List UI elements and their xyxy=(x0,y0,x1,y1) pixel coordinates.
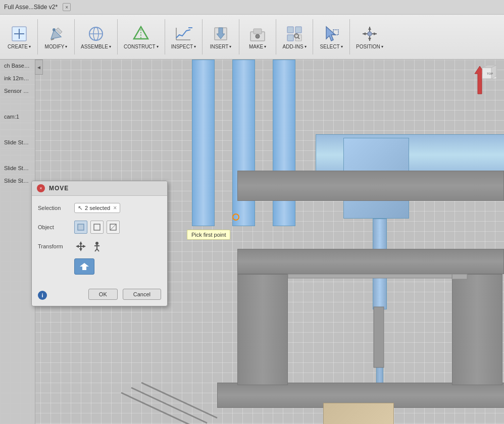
dialog-body: Selection ↖ 2 selected × Object xyxy=(32,196,167,285)
sidebar-item-7[interactable] xyxy=(0,123,35,130)
sep8 xyxy=(313,19,313,55)
toolbar: Full Asse...Slide v2* × CREATE ▾ xyxy=(0,0,504,60)
position-icon xyxy=(361,25,379,43)
sidebar-item-13[interactable]: Slide Stepp... xyxy=(0,175,35,187)
selection-badge[interactable]: ↖ 2 selected × xyxy=(74,203,120,213)
selection-content: ↖ 2 selected × xyxy=(74,203,161,213)
modify-label: MODIFY ▾ xyxy=(45,44,68,49)
sidebar-item-11[interactable] xyxy=(0,155,35,162)
cancel-button[interactable]: Cancel xyxy=(123,289,161,300)
svg-rect-44 xyxy=(78,224,84,230)
vertex-icon xyxy=(110,224,117,231)
transform-row: Transform xyxy=(38,239,161,253)
object-type-edge-button[interactable] xyxy=(90,221,104,234)
create-label: CREATE ▾ xyxy=(8,44,31,49)
addins-menu[interactable]: ADD-INS ▾ xyxy=(279,17,310,57)
create-menu[interactable]: CREATE ▾ xyxy=(4,17,34,57)
transform-content xyxy=(74,240,161,253)
sep5 xyxy=(202,19,203,55)
dialog-close-button[interactable]: × xyxy=(37,184,45,192)
svg-line-47 xyxy=(110,224,116,230)
assemble-icon xyxy=(87,25,105,43)
info-icon-text: i xyxy=(41,292,43,298)
svg-point-17 xyxy=(256,34,260,38)
svg-rect-16 xyxy=(254,29,262,34)
transform-button-row xyxy=(38,258,161,275)
gray-platform xyxy=(237,249,504,274)
assemble-menu[interactable]: ASSEMBLE ▾ xyxy=(78,17,114,57)
sidebar-toggle[interactable]: ◄ xyxy=(35,60,43,75)
svg-rect-19 xyxy=(295,27,301,33)
sep1 xyxy=(37,19,38,55)
toolbar-buttons: CREATE ▾ MODIFY ▾ xyxy=(0,15,504,59)
left-sidebar: ◄ ch Base Plat... ink 12mm v... Sensor v… xyxy=(0,60,35,424)
svg-marker-31 xyxy=(374,32,377,35)
gray-base-top xyxy=(237,171,504,201)
select-label: SELECT ▾ xyxy=(320,44,343,49)
sidebar-item-9[interactable]: Slide Stepp... xyxy=(0,136,35,149)
sep4 xyxy=(165,19,165,55)
object-type-vertex-button[interactable] xyxy=(107,221,120,234)
sidebar-item-10[interactable] xyxy=(0,149,35,155)
object-label: Object xyxy=(38,224,74,230)
sidebar-item-12[interactable]: Slide Stepp... xyxy=(0,162,35,175)
object-type-face-button[interactable] xyxy=(74,221,87,234)
ok-button[interactable]: OK xyxy=(88,289,118,300)
addins-icon xyxy=(285,25,304,43)
blue-column-2 xyxy=(232,60,255,226)
document-title: Full Asse...Slide v2* xyxy=(4,4,58,11)
select-menu[interactable]: SELECT ▾ xyxy=(316,17,346,57)
transform-person-icon xyxy=(90,240,104,253)
inspect-menu[interactable]: INSPECT ▾ xyxy=(168,17,199,57)
info-button[interactable]: i xyxy=(38,291,47,300)
make-icon xyxy=(248,25,267,43)
sidebar-item-3[interactable]: Sensor v1:... xyxy=(0,85,35,97)
inspect-label: INSPECT ▾ xyxy=(171,44,196,49)
svg-marker-48 xyxy=(76,241,86,251)
move-cursor-icon xyxy=(75,241,86,252)
sidebar-item-2[interactable]: ink 12mm v... xyxy=(0,72,35,85)
tan-box xyxy=(323,403,394,424)
construct-icon xyxy=(132,25,150,43)
title-bar: Full Asse...Slide v2* × xyxy=(0,0,504,15)
sidebar-item-1[interactable]: ch Base Plat... xyxy=(0,60,35,72)
svg-text:TOP: TOP xyxy=(487,72,493,75)
object-row: Object xyxy=(38,220,161,234)
sidebar-item-5[interactable] xyxy=(0,104,35,111)
make-menu[interactable]: MAKE ▾ xyxy=(242,17,273,57)
nav-cube-container[interactable]: TOP xyxy=(460,64,500,104)
modify-menu[interactable]: MODIFY ▾ xyxy=(41,17,71,57)
construct-label: CONSTRUCT ▾ xyxy=(124,44,159,49)
svg-rect-38 xyxy=(288,274,452,278)
svg-marker-54 xyxy=(80,263,89,270)
close-tab-button[interactable]: × xyxy=(63,3,71,11)
sidebar-item-8[interactable] xyxy=(0,130,35,136)
sidebar-item-4[interactable] xyxy=(0,97,35,104)
edge-icon xyxy=(93,224,100,231)
svg-marker-29 xyxy=(368,38,371,41)
insert-label: INSERT ▾ xyxy=(210,44,232,49)
addins-label: ADD-INS ▾ xyxy=(282,44,306,49)
transform-button-content xyxy=(74,258,161,275)
tooltip-text: Pick first point xyxy=(191,232,226,238)
position-menu[interactable]: POSITION ▾ xyxy=(353,17,386,57)
svg-rect-45 xyxy=(94,224,100,230)
selection-row: Selection ↖ 2 selected × xyxy=(38,201,161,215)
svg-rect-18 xyxy=(287,27,293,33)
insert-menu[interactable]: INSERT ▾ xyxy=(206,17,236,57)
move-dialog: × MOVE Selection ↖ 2 selected × Object xyxy=(31,181,168,306)
sep9 xyxy=(349,19,350,55)
selection-clear-button[interactable]: × xyxy=(113,204,117,211)
cursor-icon: ↖ xyxy=(78,204,83,211)
transform-arrow-button[interactable] xyxy=(74,258,94,275)
svg-line-35 xyxy=(121,393,197,424)
inspect-icon xyxy=(174,25,192,43)
construct-menu[interactable]: CONSTRUCT ▾ xyxy=(121,17,162,57)
svg-line-53 xyxy=(97,249,99,251)
selection-count: 2 selected xyxy=(85,205,110,211)
sidebar-item-cam[interactable]: cam:1 xyxy=(0,111,35,123)
svg-line-34 xyxy=(141,383,217,418)
svg-line-33 xyxy=(131,388,207,423)
object-content xyxy=(74,221,161,234)
face-icon xyxy=(77,224,84,231)
